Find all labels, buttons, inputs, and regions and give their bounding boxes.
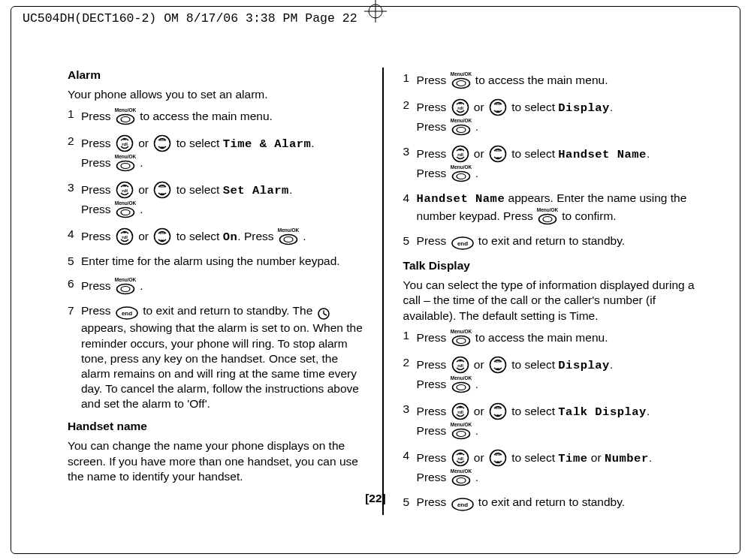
svg-point-5: [121, 117, 130, 122]
instruction-step: 7Press end to exit and return to standby…: [68, 303, 363, 411]
step-body: Press end to exit and return to standby.: [417, 495, 698, 512]
step-body: Press rdl or int to select Time or Numbe…: [417, 448, 698, 487]
svg-point-86: [452, 429, 469, 438]
svg-line-40: [324, 314, 327, 315]
svg-text:int: int: [160, 230, 165, 235]
talk-display-heading: Talk Display: [403, 258, 698, 273]
down-nav-icon: int: [488, 448, 508, 468]
svg-point-34: [116, 285, 134, 294]
instruction-step: 1Press Menu/OK to access the main menu.: [68, 107, 363, 126]
step-body: Press end to exit and return to standby.: [417, 233, 698, 251]
down-nav-icon: int: [152, 180, 172, 200]
svg-text:int: int: [495, 359, 500, 363]
step-body: Press Menu/OK .: [81, 276, 363, 296]
step-body: Press rdl or int to select Time & Alarm.…: [81, 134, 363, 173]
crop-mark-header: UC504DH(DECT160-2) OM 8/17/06 3:38 PM Pa…: [23, 11, 357, 26]
instruction-step: 2Press rdl or int to select Display.Pres…: [403, 355, 698, 394]
step-body: Press rdl or int to select Display.Press…: [417, 98, 698, 137]
alarm-heading: Alarm: [68, 68, 363, 83]
instruction-step: 4Handset Name appears. Enter the name us…: [403, 191, 698, 226]
svg-point-96: [457, 477, 466, 483]
step-number: 1: [403, 328, 417, 348]
svg-point-69: [457, 338, 466, 343]
clock-icon: [317, 307, 330, 321]
step-number: 4: [403, 191, 417, 226]
svg-point-13: [116, 161, 134, 171]
svg-point-43: [457, 81, 466, 86]
menu-option-code: Time: [558, 452, 587, 465]
svg-point-87: [457, 431, 466, 436]
svg-point-4: [116, 115, 134, 125]
handset-name-heading: Handset name: [68, 419, 363, 434]
step-number: 1: [68, 107, 81, 126]
svg-text:Menu/OK: Menu/OK: [115, 107, 136, 113]
svg-point-60: [452, 172, 469, 182]
menu-ok-icon: Menu/OK: [451, 375, 472, 394]
svg-point-78: [457, 384, 466, 390]
step-number: 3: [68, 180, 81, 219]
menu-option-code: Set Alarm: [223, 184, 289, 197]
step-number: 5: [403, 495, 417, 512]
svg-point-31: [279, 235, 297, 245]
instruction-step: 3Press rdl or int to select Handset Name…: [403, 144, 698, 183]
svg-point-61: [457, 174, 466, 179]
alarm-intro: Your phone allows you to set an alarm.: [68, 87, 363, 102]
menu-ok-icon: Menu/OK: [451, 164, 472, 183]
step-number: 3: [403, 144, 417, 183]
up-nav-icon: rdl: [451, 98, 470, 117]
up-nav-icon: rdl: [115, 180, 134, 200]
step-number: 7: [68, 303, 81, 411]
step-number: 6: [68, 276, 81, 296]
step-body: Press rdl or int to select Display.Press…: [417, 355, 698, 394]
step-body: Press rdl or int to select Handset Name.…: [417, 144, 698, 183]
svg-point-95: [452, 475, 469, 485]
up-nav-icon: rdl: [451, 144, 470, 164]
instruction-step: 1Press Menu/OK to access the main menu.: [403, 328, 698, 348]
step-number: 2: [68, 134, 81, 173]
svg-text:Menu/OK: Menu/OK: [451, 375, 472, 381]
step-body: Press rdl or int to select On. Press Men…: [81, 227, 363, 246]
instruction-step: 2Press rdl or int to select Display.Pres…: [403, 98, 698, 137]
menu-ok-icon: Menu/OK: [115, 276, 136, 296]
down-nav-icon: int: [152, 227, 172, 246]
svg-text:rdl: rdl: [122, 235, 128, 239]
up-nav-icon: rdl: [115, 134, 134, 153]
instruction-step: 5Press end to exit and return to standby…: [403, 233, 698, 251]
up-nav-icon: rdl: [451, 355, 470, 375]
svg-point-22: [116, 208, 134, 218]
step-number: 2: [403, 355, 417, 394]
svg-text:Menu/OK: Menu/OK: [451, 468, 472, 474]
svg-text:int: int: [495, 405, 500, 410]
instruction-step: 5Press end to exit and return to standby…: [403, 495, 698, 512]
talk-display-intro: You can select the type of information d…: [403, 278, 698, 323]
menu-option-code: Handset Name: [558, 148, 647, 161]
svg-text:rdl: rdl: [457, 106, 463, 110]
svg-point-35: [121, 287, 130, 292]
step-body: Press Menu/OK to access the main menu.: [81, 107, 363, 126]
registration-mark-top: [364, 0, 387, 23]
menu-ok-icon: Menu/OK: [451, 117, 472, 137]
end-key-icon: end: [115, 306, 139, 321]
svg-text:rdl: rdl: [122, 188, 128, 193]
menu-ok-icon: Menu/OK: [115, 107, 136, 126]
menu-ok-icon: Menu/OK: [451, 328, 472, 348]
svg-point-42: [452, 79, 469, 89]
svg-point-77: [452, 382, 469, 392]
svg-point-51: [452, 125, 469, 135]
svg-text:Menu/OK: Menu/OK: [537, 207, 558, 212]
svg-text:rdl: rdl: [457, 409, 463, 414]
menu-ok-icon: Menu/OK: [537, 206, 558, 226]
svg-text:int: int: [495, 452, 500, 456]
left-column: AlarmYour phone allows you to set an ala…: [68, 68, 363, 515]
svg-text:Menu/OK: Menu/OK: [278, 227, 299, 233]
svg-text:rdl: rdl: [457, 152, 463, 157]
svg-text:Menu/OK: Menu/OK: [451, 71, 472, 77]
step-body: Press rdl or int to select Set Alarm.Pre…: [81, 180, 363, 219]
instruction-step: 4Press rdl or int to select On. Press Me…: [68, 227, 363, 246]
step-number: 2: [403, 98, 417, 137]
down-nav-icon: int: [488, 144, 508, 164]
svg-text:rdl: rdl: [457, 363, 463, 367]
svg-point-32: [284, 237, 293, 242]
svg-text:rdl: rdl: [457, 456, 463, 460]
svg-text:Menu/OK: Menu/OK: [115, 200, 136, 206]
